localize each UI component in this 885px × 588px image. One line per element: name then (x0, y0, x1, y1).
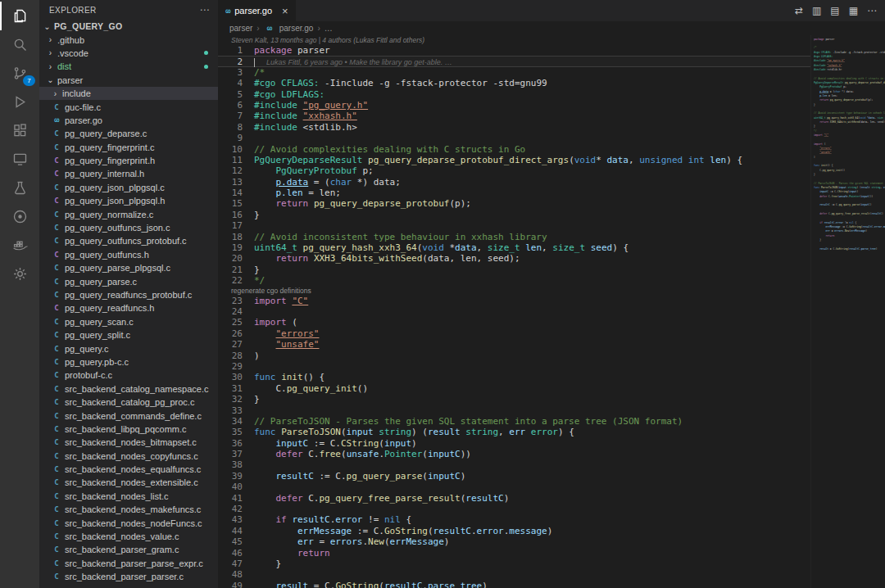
more-actions-icon[interactable]: ⋯ (867, 5, 877, 16)
tab-parser-go[interactable]: GO parser.go × (218, 0, 296, 21)
tree-item-src_backend_nodes_extensible.c[interactable]: Csrc_backend_nodes_extensible.c (39, 476, 218, 489)
tree-item-src_backend_nodes_copyfuncs.c[interactable]: Csrc_backend_nodes_copyfuncs.c (39, 450, 218, 463)
explorer-more-actions-icon[interactable]: ⋯ (200, 4, 210, 16)
code-line-5[interactable]: 5#cgo LDFLAGS: (218, 89, 810, 100)
breadcrumb-folder[interactable]: parser (229, 24, 252, 33)
code-line-38[interactable]: 38 (218, 459, 810, 470)
tree-item-pg_query_readfuncs.h[interactable]: Cpg_query_readfuncs.h (39, 301, 218, 314)
code-line-25[interactable]: 25import ( (218, 317, 810, 328)
code-line-16[interactable]: 16} (218, 210, 810, 220)
tree-item-protobuf-c.c[interactable]: Cprotobuf-c.c (39, 369, 218, 382)
tree-item-pg_query_outfuncs.h[interactable]: Cpg_query_outfuncs.h (39, 248, 218, 261)
tree-item-pg_query_outfuncs_protobuf.c[interactable]: Cpg_query_outfuncs_protobuf.c (39, 234, 218, 247)
code-line-30[interactable]: 30func init() { (218, 372, 810, 382)
tree-item-pg_query_parse.c[interactable]: Cpg_query_parse.c (39, 274, 218, 287)
tree-item-pg_query_json_plpgsql.c[interactable]: Cpg_query_json_plpgsql.c (39, 181, 218, 194)
code-line-17[interactable]: 17 (218, 220, 810, 231)
code-line-18[interactable]: 18// Avoid inconsistent type behaviour i… (218, 232, 810, 242)
tree-item-src_backend_commands_define.c[interactable]: Csrc_backend_commands_define.c (39, 409, 218, 422)
code-line-6[interactable]: 6#include "pg_query.h" (218, 100, 810, 111)
split-editor-icon[interactable]: ▥ (812, 5, 821, 16)
code-line-35[interactable]: 35func ParseToJSON(input string) (result… (218, 427, 810, 437)
toggle-panel-icon[interactable]: ▤ (830, 5, 839, 16)
tree-item-src_backend_nodes_equalfuncs.c[interactable]: Csrc_backend_nodes_equalfuncs.c (39, 463, 218, 476)
tree-item-pg_query.c[interactable]: Cpg_query.c (39, 341, 218, 355)
code-line-27[interactable]: 27 "unsafe" (218, 339, 810, 350)
tree-item-pg_query_split.c[interactable]: Cpg_query_split.c (39, 328, 218, 341)
code-line-43[interactable]: 43 if resultC.error != nil { (218, 514, 810, 525)
tree-item-.github[interactable]: ›.github (39, 33, 218, 46)
tree-item-pg_query_scan.c[interactable]: Cpg_query_scan.c (39, 315, 218, 328)
explorer-icon[interactable] (0, 2, 39, 30)
tree-item-src_backend_nodes_list.c[interactable]: Csrc_backend_nodes_list.c (39, 490, 218, 503)
code-line-1[interactable]: 1package parser (218, 45, 810, 56)
customize-layout-icon[interactable]: ▦ (849, 5, 858, 16)
tree-item-pg_query_outfuncs_json.c[interactable]: Cpg_query_outfuncs_json.c (39, 221, 218, 234)
tree-item-src_backend_catalog_namespace.c[interactable]: Csrc_backend_catalog_namespace.c (39, 382, 218, 396)
tree-item-pg_query.pb-c.c[interactable]: Cpg_query.pb-c.c (39, 355, 218, 369)
code-line-41[interactable]: 41 defer C.pg_query_free_parse_result(re… (218, 493, 810, 504)
tree-item-pg_query_fingerprint.h[interactable]: Cpg_query_fingerprint.h (39, 154, 218, 167)
code-line-32[interactable]: 32} (218, 394, 810, 405)
code-line-10[interactable]: 10// Avoid complexities dealing with C s… (218, 144, 810, 155)
codelens[interactable]: regenerate cgo definitions (218, 287, 810, 296)
code-line-13[interactable]: 13 p.data = (char *) data; (218, 177, 810, 188)
code-line-9[interactable]: 9 (218, 133, 810, 143)
code-line-3[interactable]: 3/* (218, 67, 810, 78)
tree-item-src_backend_libpq_pqcomm.c[interactable]: Csrc_backend_libpq_pqcomm.c (39, 423, 218, 436)
tree-item-include[interactable]: ›include (39, 87, 218, 100)
code-line-24[interactable]: 24 (218, 306, 810, 317)
tree-item-src_backend_parser_parse_expr.c[interactable]: Csrc_backend_parser_parse_expr.c (39, 557, 218, 570)
code-line-20[interactable]: 20 return XXH3_64bits_withSeed(data, len… (218, 253, 810, 264)
tree-item-PG_QUERY_GO[interactable]: ⌄PG_QUERY_GO (39, 20, 218, 33)
gear-icon[interactable] (0, 260, 39, 288)
tree-item-parser[interactable]: ⌄parser (39, 74, 218, 87)
tree-item-src_backend_parser_parser.c[interactable]: Csrc_backend_parser_parser.c (39, 570, 218, 583)
code-line-34[interactable]: 34// ParseToJSON - Parses the given SQL … (218, 416, 810, 427)
tree-item-pg_query_deparse.c[interactable]: Cpg_query_deparse.c (39, 127, 218, 140)
code-line-19[interactable]: 19uint64_t pg_query_hash_xxh3_64(void *d… (218, 242, 810, 253)
open-changes-icon[interactable]: ⇄ (795, 5, 803, 16)
code-line-12[interactable]: 12 PgQueryProtobuf p; (218, 165, 810, 176)
extensions-icon[interactable] (0, 116, 39, 145)
code-line-2[interactable]: 2Lukas Fittl, 6 years ago • Make the lib… (218, 56, 810, 66)
breadcrumb-symbol[interactable]: … (324, 24, 333, 33)
tree-item-.vscode[interactable]: ›.vscode (39, 47, 218, 60)
code-line-26[interactable]: 26 "errors" (218, 328, 810, 339)
code-line-15[interactable]: 15 return pg_query_deparse_protobuf(p); (218, 198, 810, 209)
code-line-47[interactable]: 47 } (218, 559, 810, 569)
tree-item-src_backend_parser_gram.c[interactable]: Csrc_backend_parser_gram.c (39, 543, 218, 556)
tree-item-src_backend_nodes_value.c[interactable]: Csrc_backend_nodes_value.c (39, 530, 218, 543)
code-editor[interactable]: Steven Kalt, 13 months ago | 4 authors (… (218, 35, 810, 588)
code-line-49[interactable]: 49 result = C.GoString(resultC.parse_tre… (218, 581, 810, 588)
code-line-8[interactable]: 8#include <stdlib.h> (218, 122, 810, 133)
code-line-14[interactable]: 14 p.len = len; (218, 188, 810, 198)
tree-item-dist[interactable]: ›dist (39, 60, 218, 73)
record-icon[interactable] (0, 202, 39, 231)
code-line-45[interactable]: 45 err = errors.New(errMessage) (218, 536, 810, 547)
code-line-4[interactable]: 4#cgo CFLAGS: -Iinclude -g -fstack-prote… (218, 78, 810, 88)
tab-close-icon[interactable]: × (282, 5, 288, 17)
code-line-48[interactable]: 48 (218, 569, 810, 580)
code-line-11[interactable]: 11PgQueryDeparseResult pg_query_deparse_… (218, 155, 810, 165)
remote-explorer-icon[interactable] (0, 145, 39, 174)
code-line-44[interactable]: 44 errMessage := C.GoString(resultC.erro… (218, 526, 810, 536)
testing-icon[interactable] (0, 174, 39, 202)
breadcrumb-file[interactable]: parser.go (279, 24, 314, 33)
tree-item-src_backend_nodes_bitmapset.c[interactable]: Csrc_backend_nodes_bitmapset.c (39, 436, 218, 449)
tree-item-src_backend_nodes_makefuncs.c[interactable]: Csrc_backend_nodes_makefuncs.c (39, 503, 218, 516)
source-control-icon[interactable]: 7 (0, 59, 39, 88)
code-line-23[interactable]: 23import "C" (218, 296, 810, 306)
code-line-37[interactable]: 37 defer C.free(unsafe.Pointer(inputC)) (218, 449, 810, 459)
tree-item-guc-file.c[interactable]: Cguc-file.c (39, 100, 218, 113)
tree-item-src_backend_catalog_pg_proc.c[interactable]: Csrc_backend_catalog_pg_proc.c (39, 396, 218, 409)
code-line-39[interactable]: 39 resultC := C.pg_query_parse(inputC) (218, 471, 810, 482)
code-line-36[interactable]: 36 inputC := C.CString(input) (218, 438, 810, 449)
code-line-28[interactable]: 28) (218, 351, 810, 361)
tree-item-pg_query_readfuncs_protobuf.c[interactable]: Cpg_query_readfuncs_protobuf.c (39, 288, 218, 301)
tree-item-parser.go[interactable]: GOparser.go (39, 114, 218, 127)
code-line-29[interactable]: 29 (218, 361, 810, 372)
code-line-33[interactable]: 33 (218, 405, 810, 416)
tree-item-pg_query_normalize.c[interactable]: Cpg_query_normalize.c (39, 207, 218, 220)
code-line-46[interactable]: 46 return (218, 548, 810, 559)
